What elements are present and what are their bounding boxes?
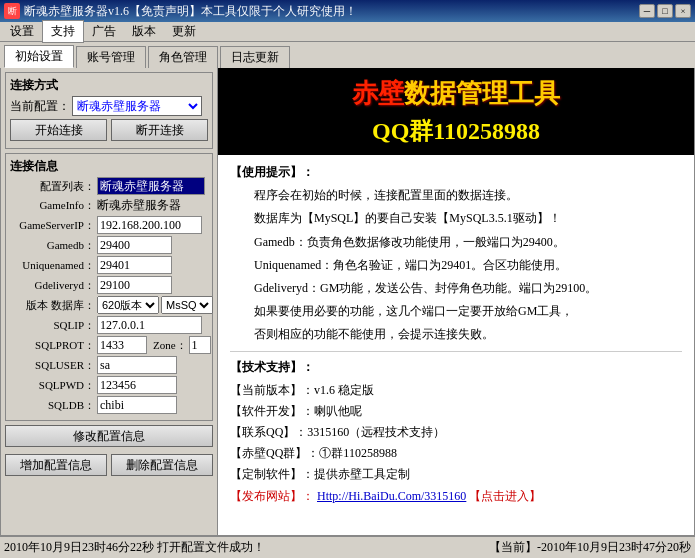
tech-row-0: 【当前版本】：v1.6 稳定版 xyxy=(230,381,682,400)
db-type-select[interactable]: MsSQL库 xyxy=(161,296,213,314)
brand-chi-bi: 赤壁 xyxy=(352,79,404,108)
title-buttons: ─ □ × xyxy=(639,4,691,18)
config-list-input[interactable] xyxy=(97,177,205,195)
status-bar: 2010年10月9日23时46分22秒 打开配置文件成功！ 【当前】-2010年… xyxy=(0,536,695,558)
tech-row-1: 【软件开发】：喇叭他呢 xyxy=(230,402,682,421)
menu-item-update[interactable]: 更新 xyxy=(164,21,204,42)
sqlip-label: SQLIP： xyxy=(10,318,95,333)
gameserverip-row: GameServerIP： xyxy=(10,216,208,234)
disconnect-button[interactable]: 断开连接 xyxy=(111,119,208,141)
tab-log-update[interactable]: 日志更新 xyxy=(220,46,290,68)
app-icon: 断 xyxy=(4,3,20,19)
sqlprot-input[interactable] xyxy=(97,336,147,354)
main-content: 连接方式 当前配置： 断魂赤壁服务器 开始连接 断开连接 连接信息 配置列表： … xyxy=(0,68,695,536)
title-bar: 断 断魂赤壁服务器v1.6【免责声明】本工具仅限于个人研究使用！ ─ □ × xyxy=(0,0,695,22)
gameserverip-input[interactable] xyxy=(97,216,202,234)
tech-click: 【点击进入】 xyxy=(469,489,541,503)
add-delete-row: 增加配置信息 删除配置信息 xyxy=(5,454,213,476)
tab-init-settings[interactable]: 初始设置 xyxy=(4,45,74,68)
connect-btn-row: 开始连接 断开连接 xyxy=(10,119,208,141)
brand-title: 赤壁数据管理工具 xyxy=(352,76,560,111)
config-select[interactable]: 断魂赤壁服务器 xyxy=(72,96,202,116)
tech-label-3: 【赤壁QQ群】： xyxy=(230,446,319,460)
info-section: 连接信息 配置列表： GameInfo： 断魂赤壁服务器 GameServerI… xyxy=(5,153,213,421)
menu-item-settings[interactable]: 设置 xyxy=(2,21,42,42)
qq-number: QQ群110258988 xyxy=(372,115,540,147)
maximize-button[interactable]: □ xyxy=(657,4,673,18)
add-config-button[interactable]: 增加配置信息 xyxy=(5,454,107,476)
tip2: 数据库为【MySQL】的要自己安装【MySQL3.5.1驱动】！ xyxy=(230,209,682,228)
gamedb-input[interactable] xyxy=(97,236,172,254)
config-row: 当前配置： 断魂赤壁服务器 xyxy=(10,96,208,116)
menu-item-support[interactable]: 支持 xyxy=(42,20,84,43)
tip6: 如果要使用必要的功能，这几个端口一定要开放给GM工具， xyxy=(230,302,682,321)
sqlpwd-input[interactable] xyxy=(97,376,177,394)
right-body: 【使用提示】： 程序会在初始的时候，连接配置里面的数据连接。 数据库为【MySQ… xyxy=(218,155,694,535)
window-title: 断魂赤壁服务器v1.6【免责声明】本工具仅限于个人研究使用！ xyxy=(24,3,357,20)
status-right: 【当前】-2010年10月9日23时47分20秒 xyxy=(489,539,691,556)
delete-config-button[interactable]: 删除配置信息 xyxy=(111,454,213,476)
tech-row-4: 【定制软件】：提供赤壁工具定制 xyxy=(230,465,682,484)
version-label: 版本 数据库： xyxy=(10,298,95,313)
modify-config-button[interactable]: 修改配置信息 xyxy=(5,425,213,447)
website-link[interactable]: Http://Hi.BaiDu.Com/3315160 xyxy=(317,489,466,503)
uniquenamed-label: Uniquenamed： xyxy=(10,258,95,273)
brand-data: 数据管理工具 xyxy=(404,79,560,108)
tech-row-2: 【联系QQ】：3315160（远程技术支持） xyxy=(230,423,682,442)
zone-input[interactable] xyxy=(189,336,211,354)
status-left: 2010年10月9日23时46分22秒 打开配置文件成功！ xyxy=(4,539,265,556)
sqlip-input[interactable] xyxy=(97,316,202,334)
sqldb-input[interactable] xyxy=(97,396,177,414)
tip5: Gdeliveryd：GM功能，发送公告、封停角色功能。端口为29100。 xyxy=(230,279,682,298)
uniquenamed-input[interactable] xyxy=(97,256,172,274)
gdeliveryd-input[interactable] xyxy=(97,276,172,294)
menu-bar: 设置 支持 广告 版本 更新 xyxy=(0,22,695,42)
tech-label-0: 【当前版本】： xyxy=(230,383,314,397)
info-section-title: 连接信息 xyxy=(10,158,208,175)
config-list-row: 配置列表： xyxy=(10,177,208,195)
sqlprot-row: SQLPROT： Zone： xyxy=(10,336,208,354)
tech-label-5: 【发布网站】： xyxy=(230,489,314,503)
close-button[interactable]: × xyxy=(675,4,691,18)
sqlpwd-label: SQLPWD： xyxy=(10,378,95,393)
gameserverip-label: GameServerIP： xyxy=(10,218,95,233)
gamedb-row: Gamedb： xyxy=(10,236,208,254)
sqlip-row: SQLIP： xyxy=(10,316,208,334)
config-label: 当前配置： xyxy=(10,98,70,115)
gdeliveryd-label: Gdeliveryd： xyxy=(10,278,95,293)
start-connect-button[interactable]: 开始连接 xyxy=(10,119,107,141)
tech-support: 【当前版本】：v1.6 稳定版 【软件开发】：喇叭他呢 【联系QQ】：33151… xyxy=(230,381,682,506)
menu-item-version[interactable]: 版本 xyxy=(124,21,164,42)
menu-item-ads[interactable]: 广告 xyxy=(84,21,124,42)
gameinfo-value: 断魂赤壁服务器 xyxy=(97,197,181,214)
tip3: Gamedb：负责角色数据修改功能使用，一般端口为29400。 xyxy=(230,233,682,252)
tab-role-mgmt[interactable]: 角色管理 xyxy=(148,46,218,68)
connect-section-title: 连接方式 xyxy=(10,77,208,94)
tech-row-3: 【赤壁QQ群】：①群110258988 xyxy=(230,444,682,463)
uniquenamed-row: Uniquenamed： xyxy=(10,256,208,274)
tech-label-4: 【定制软件】： xyxy=(230,467,314,481)
tech-label-2: 【联系QQ】： xyxy=(230,425,307,439)
title-bar-left: 断 断魂赤壁服务器v1.6【免责声明】本工具仅限于个人研究使用！ xyxy=(4,3,357,20)
connect-section: 连接方式 当前配置： 断魂赤壁服务器 开始连接 断开连接 xyxy=(5,72,213,149)
zone-label: Zone： xyxy=(153,338,187,353)
tip4: Uniquenamed：角色名验证，端口为29401。合区功能使用。 xyxy=(230,256,682,275)
tech-val-2: 3315160（远程技术支持） xyxy=(307,425,445,439)
divider1 xyxy=(230,351,682,352)
tech-row-5: 【发布网站】： Http://Hi.BaiDu.Com/3315160 【点击进… xyxy=(230,487,682,506)
right-panel: 赤壁数据管理工具 QQ群110258988 【使用提示】： 程序会在初始的时候，… xyxy=(218,68,695,536)
sqlpwd-row: SQLPWD： xyxy=(10,376,208,394)
tip7: 否则相应的功能不能使用，会提示连接失败。 xyxy=(230,325,682,344)
sqldb-label: SQLDB： xyxy=(10,398,95,413)
sqluser-label: SQLUSER： xyxy=(10,358,95,373)
version-select[interactable]: 620版本 xyxy=(97,296,159,314)
tab-account-mgmt[interactable]: 账号管理 xyxy=(76,46,146,68)
right-header: 赤壁数据管理工具 QQ群110258988 xyxy=(218,68,694,155)
version-row: 版本 数据库： 620版本 MsSQL库 xyxy=(10,296,208,314)
minimize-button[interactable]: ─ xyxy=(639,4,655,18)
sqluser-row: SQLUSER： xyxy=(10,356,208,374)
tab-bar: 初始设置 账号管理 角色管理 日志更新 xyxy=(0,42,695,68)
sqluser-input[interactable] xyxy=(97,356,177,374)
tech-label-1: 【软件开发】： xyxy=(230,404,314,418)
gameinfo-row: GameInfo： 断魂赤壁服务器 xyxy=(10,197,208,214)
